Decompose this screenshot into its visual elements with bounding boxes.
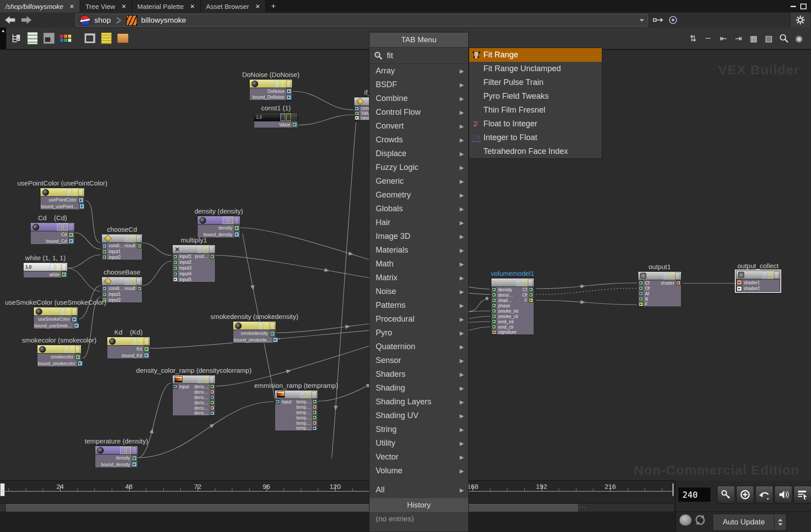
node-flags[interactable] — [64, 346, 81, 353]
node-flags[interactable] — [275, 80, 292, 88]
node-header[interactable] — [638, 271, 681, 280]
output-port[interactable]: ▸ — [132, 455, 137, 461]
input-port[interactable]: ▸ — [173, 277, 178, 282]
node-flags[interactable] — [60, 308, 77, 315]
node-volumemodel1[interactable]: volumemodel1▸densityCf▸▸densi…Of▸▸shad…F… — [491, 278, 534, 335]
back-arrow-icon[interactable] — [4, 16, 16, 24]
detail-view-icon[interactable] — [42, 32, 56, 45]
node-header[interactable] — [101, 234, 142, 243]
node-header[interactable] — [33, 307, 78, 316]
input-port[interactable]: ▸ — [173, 266, 178, 270]
input-port[interactable]: ▸ — [639, 281, 643, 285]
tab-menu-item-combine[interactable]: Combine▶ — [369, 92, 468, 105]
node-flags[interactable] — [223, 217, 240, 224]
output-port[interactable]: ▸ — [210, 254, 215, 259]
tab-menu-item-materials[interactable]: Materials▶ — [369, 243, 468, 257]
input-port[interactable]: ▸ — [737, 280, 742, 285]
undo-button[interactable] — [755, 486, 773, 504]
scroll-up-icon[interactable]: ▲ — [0, 28, 6, 49]
node-header[interactable] — [101, 277, 142, 286]
scrollbar-handle[interactable] — [6, 504, 578, 512]
output-port[interactable]: ▸ — [137, 244, 142, 248]
node-flags[interactable] — [132, 338, 150, 345]
tab-menu-item-volume[interactable]: Volume▶ — [369, 464, 468, 478]
input-port[interactable]: ▸ — [492, 314, 496, 318]
new-tab-button[interactable]: + — [266, 0, 281, 12]
node-header[interactable] — [37, 345, 81, 354]
node-usesmokecolor[interactable]: useSmokeColor (useSmokeColor)useSmokeCol… — [33, 307, 78, 329]
maximize-icon[interactable] — [800, 4, 807, 9]
result-item-fit-range[interactable]: Fit Range — [469, 48, 602, 62]
node-cd[interactable]: Cd (Cd)Cd▸bound_Cd▸ — [30, 222, 75, 245]
subnet-view-icon[interactable] — [83, 32, 97, 45]
node-flags[interactable] — [300, 391, 317, 399]
node-flags[interactable] — [125, 235, 142, 242]
input-port[interactable]: ▸ — [355, 111, 359, 116]
node-header[interactable] — [249, 79, 292, 88]
output-port[interactable]: ▸ — [210, 384, 215, 389]
playhead-marker[interactable] — [0, 483, 5, 496]
output-port[interactable]: ▸ — [132, 462, 137, 467]
zoom-icon[interactable] — [776, 31, 791, 45]
node-const1[interactable]: const1 (1)1.0Value▸ — [254, 113, 298, 128]
breadcrumb-root[interactable]: shop — [94, 16, 111, 25]
output-port[interactable]: ▸ — [286, 89, 292, 94]
output-port[interactable]: ▸ — [74, 323, 79, 328]
node-density[interactable]: density (density)density▸bound_density▸ — [197, 216, 240, 238]
result-item-tetrahedron-face-index[interactable]: Tetrahedron Face Index — [469, 145, 602, 158]
network-box-icon[interactable] — [116, 32, 130, 45]
connector-style-icon[interactable]: ╌ — [701, 31, 716, 45]
tab-menu-item-vector[interactable]: Vector▶ — [369, 450, 468, 464]
output-port[interactable]: ▸ — [312, 415, 317, 420]
node-header[interactable] — [95, 446, 138, 455]
breadcrumb-current[interactable]: billowysmoke — [141, 16, 186, 25]
tab-tree-view[interactable]: Tree View ✕ — [80, 0, 132, 12]
color-palette-icon[interactable] — [59, 32, 72, 45]
tree-view-icon[interactable] — [9, 32, 23, 45]
node-donoise[interactable]: DoNoise (DoNoise)DoNoise▸bound_DoNoise▸ — [249, 79, 292, 101]
tab-asset-browser[interactable]: Asset Browser ✕ — [201, 0, 266, 12]
tab-material-palette[interactable]: Material Palette ✕ — [132, 0, 201, 12]
input-port[interactable]: ▸ — [276, 399, 280, 404]
output-port[interactable]: ▸ — [144, 353, 149, 358]
node-emmision-ramp[interactable]: emmision_ramp (tempramp)▸inputtemp…▸temp… — [275, 390, 318, 431]
node-usepointcolor[interactable]: usePointColor (usePointColor)usePointCol… — [40, 188, 85, 210]
node-flags[interactable] — [120, 447, 138, 454]
output-port[interactable]: ▸ — [234, 232, 239, 237]
input-port[interactable]: ▸ — [173, 272, 178, 276]
sticky-note-icon[interactable] — [100, 32, 113, 45]
output-port[interactable]: ▸ — [69, 238, 74, 244]
node-kd[interactable]: Kd (Kd)Kd▸bound_Kd▸ — [107, 337, 150, 359]
tab-menu-item-shading[interactable]: Shading▶ — [369, 381, 468, 395]
list-view-icon[interactable] — [26, 32, 39, 45]
node-header[interactable] — [172, 375, 215, 384]
output-port[interactable]: ▸ — [312, 426, 317, 431]
output-port[interactable]: ▸ — [210, 395, 215, 399]
tab-menu-item-convert[interactable]: Convert▶ — [369, 119, 468, 133]
tab-menu-item-geometry[interactable]: Geometry▶ — [369, 188, 468, 202]
node-flags[interactable] — [762, 271, 780, 279]
output-port[interactable]: ▸ — [210, 406, 215, 410]
input-port[interactable]: ▸ — [492, 330, 496, 335]
output-port[interactable]: ▸ — [270, 331, 275, 336]
pane-options-button[interactable] — [790, 12, 810, 28]
input-port[interactable]: ▸ — [492, 309, 496, 313]
input-port[interactable]: ▸ — [639, 286, 643, 290]
input-port[interactable]: ▸ — [492, 287, 496, 292]
tab-menu-item-globals[interactable]: Globals▶ — [369, 202, 468, 216]
result-item-integer-to-float[interactable]: Integer to Float — [469, 131, 602, 145]
output-port[interactable]: ▸ — [144, 347, 149, 352]
node-header[interactable]: 1.0 — [23, 262, 68, 271]
tab-menu-item-displace[interactable]: Displace▶ — [369, 147, 468, 161]
output-port[interactable]: ▸ — [69, 232, 74, 238]
node-temperature[interactable]: temperature (density)density▸bound_densi… — [95, 446, 138, 468]
tab-menu-item-math[interactable]: Math▶ — [369, 257, 468, 271]
result-item-filter-pulse-train[interactable]: Filter Pulse Train — [469, 76, 602, 89]
close-icon[interactable]: ✕ — [69, 3, 74, 10]
output-port[interactable]: ▸ — [676, 281, 681, 285]
output-port[interactable]: ▸ — [210, 390, 215, 394]
input-port[interactable]: ▸ — [173, 254, 178, 259]
input-port[interactable]: ▸ — [639, 302, 643, 306]
input-port[interactable]: ▸ — [102, 244, 107, 248]
output-port[interactable]: ▸ — [286, 95, 292, 100]
